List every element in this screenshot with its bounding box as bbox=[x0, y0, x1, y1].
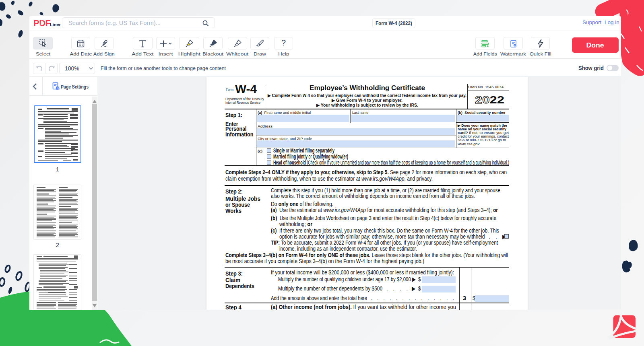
svg-text:PDF: PDF bbox=[33, 19, 51, 28]
svg-text:Liner: Liner bbox=[50, 22, 61, 27]
